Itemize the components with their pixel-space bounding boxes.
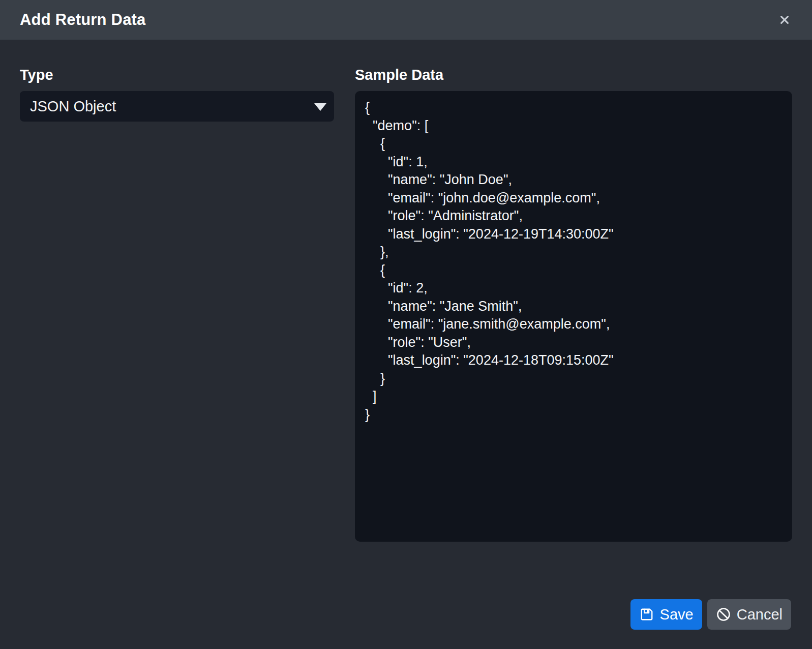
add-return-data-modal: Add Return Data Type JSON Object Sample … xyxy=(0,0,812,542)
sample-data-label: Sample Data xyxy=(355,66,792,84)
type-field: Type JSON Object xyxy=(20,66,334,542)
x-icon xyxy=(779,14,790,25)
cancel-button[interactable]: Cancel xyxy=(707,599,791,630)
save-button[interactable]: Save xyxy=(630,599,702,630)
floppy-disk-icon xyxy=(639,607,654,622)
type-label: Type xyxy=(20,66,334,84)
sample-data-input[interactable]: { "demo": [ { "id": 1, "name": "John Doe… xyxy=(355,91,792,542)
save-button-label: Save xyxy=(660,606,694,623)
caret-down-icon xyxy=(314,103,326,111)
modal-header: Add Return Data xyxy=(0,0,812,40)
modal-body: Type JSON Object Sample Data { "demo": [… xyxy=(0,40,812,542)
type-select-value: JSON Object xyxy=(30,98,116,115)
cancel-button-label: Cancel xyxy=(737,606,783,623)
close-button[interactable] xyxy=(777,12,792,27)
type-select[interactable]: JSON Object xyxy=(20,91,334,122)
modal-title: Add Return Data xyxy=(20,11,146,29)
ban-icon xyxy=(716,607,731,622)
sample-data-field: Sample Data { "demo": [ { "id": 1, "name… xyxy=(355,66,792,542)
modal-footer: Save Cancel xyxy=(630,599,791,630)
